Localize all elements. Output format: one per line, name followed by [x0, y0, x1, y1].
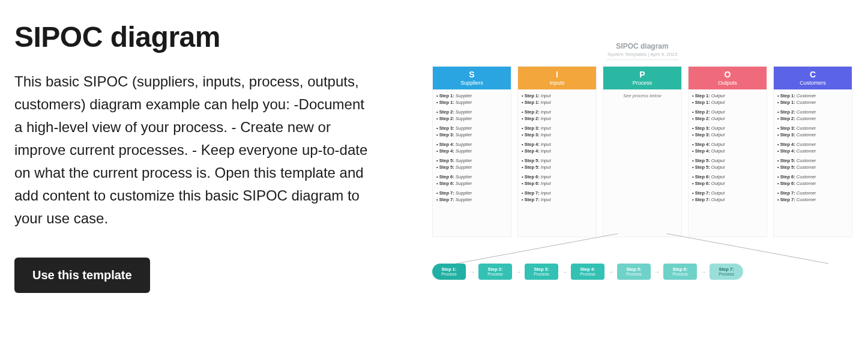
flow-step-sub: Process — [713, 272, 740, 276]
column-cell-line: • Step 5: Input — [522, 164, 592, 171]
column-cell-line: • Step 6: Input — [522, 181, 592, 187]
flow-step-title: Step 7: — [713, 267, 740, 272]
column-cell-line: • Step 6: Customer — [777, 174, 848, 181]
column-cell-line: • Step 5: Customer — [777, 164, 848, 171]
flow-step-sub: Process — [436, 272, 462, 276]
column-cell-line: • Step 1: Customer — [777, 93, 848, 100]
column-cell: • Step 7: Output• Step 7: Output — [692, 190, 763, 203]
preview-divider — [606, 59, 678, 60]
preview-columns: SSuppliers• Step 1: Supplier• Step 1: Su… — [432, 66, 852, 237]
column-cell-line: • Step 1: Supplier — [436, 93, 507, 100]
column-header: PProcess — [603, 67, 681, 89]
flow-step-sub: Process — [528, 272, 555, 276]
use-this-template-button[interactable]: Use this template — [14, 258, 150, 293]
column-letter: S — [435, 70, 508, 79]
column-cell: • Step 2: Supplier• Step 2: Supplier — [436, 109, 507, 122]
column-cell-line: • Step 6: Output — [692, 181, 763, 187]
flow-step-7: Step 7:Process — [710, 264, 743, 280]
column-name: Inputs — [520, 80, 594, 86]
column-cell-line: • Step 6: Supplier — [436, 174, 507, 181]
column-cell-line: • Step 5: Supplier — [436, 164, 507, 171]
column-body: • Step 1: Customer• Step 1: Customer• St… — [774, 89, 852, 210]
column-cell-line: • Step 7: Input — [522, 190, 592, 197]
column-cell-line: • Step 2: Supplier — [436, 109, 507, 116]
column-cell: • Step 3: Supplier• Step 3: Supplier — [436, 125, 507, 138]
column-cell: • Step 1: Supplier• Step 1: Supplier — [436, 93, 507, 106]
svg-line-1 — [666, 234, 828, 264]
column-name: Suppliers — [435, 80, 508, 86]
flow-step-sub: Process — [482, 272, 508, 276]
column-cell-line: • Step 4: Output — [692, 148, 763, 155]
svg-line-0 — [456, 234, 618, 264]
column-cell-line: • Step 1: Output — [692, 100, 763, 106]
column-cell: • Step 4: Input• Step 4: Input — [522, 142, 592, 154]
column-cell: • Step 6: Input• Step 6: Input — [522, 174, 592, 187]
page-description: This basic SIPOC (suppliers, inputs, pro… — [14, 70, 372, 230]
template-preview: SIPOC diagram System Templates | April 4… — [432, 42, 852, 282]
connector-lines — [432, 234, 852, 266]
column-cell-line: • Step 3: Output — [692, 132, 763, 139]
column-cell-line: • Step 1: Input — [522, 93, 592, 100]
column-cell-line: • Step 2: Input — [522, 109, 592, 116]
column-cell-line: • Step 4: Output — [692, 142, 763, 148]
column-letter: O — [691, 70, 764, 79]
column-body: • Step 1: Output• Step 1: Output• Step 2… — [689, 89, 767, 210]
column-cell: • Step 7: Supplier• Step 7: Supplier — [436, 190, 507, 203]
preview-title: SIPOC diagram — [432, 42, 852, 50]
flow-step-5: Step 5:Process — [617, 264, 651, 280]
column-cell-line: • Step 5: Output — [692, 164, 763, 171]
column-cell-line: • Step 3: Customer — [777, 125, 848, 132]
flow-step-6: Step 6:Process — [663, 264, 697, 280]
column-cell-line: • Step 4: Supplier — [436, 148, 507, 155]
preview-subtitle: System Templates | April 4, 2023 — [432, 52, 852, 57]
column-cell: • Step 3: Customer• Step 3: Customer — [777, 125, 848, 138]
column-cell-line: • Step 3: Input — [522, 132, 592, 139]
flow-step-title: Step 3: — [528, 267, 555, 272]
column-cell-line: • Step 4: Customer — [777, 148, 848, 155]
column-cell-line: • Step 2: Input — [522, 116, 592, 122]
page-title: SIPOC diagram — [14, 20, 372, 53]
column-cell-line: • Step 7: Supplier — [436, 197, 507, 204]
column-cell-line: • Step 4: Customer — [777, 142, 848, 148]
column-cell: • Step 1: Input• Step 1: Input — [522, 93, 592, 106]
column-cell-line: • Step 7: Output — [692, 190, 763, 197]
flow-step-3: Step 3:Process — [525, 264, 558, 280]
preview-column-process: PProcessSee process below — [603, 66, 682, 237]
column-cell: • Step 3: Output• Step 3: Output — [692, 125, 763, 138]
flow-step-title: Step 4: — [574, 267, 601, 272]
preview-column-inputs: IInputs• Step 1: Input• Step 1: Input• S… — [517, 66, 597, 237]
flow-step-sub: Process — [667, 272, 693, 276]
arrow-right-icon: → — [562, 269, 567, 275]
column-cell-line: • Step 6: Supplier — [436, 181, 507, 187]
column-cell-line: • Step 4: Input — [522, 142, 592, 148]
column-cell-line: • Step 2: Supplier — [436, 116, 507, 122]
column-cell-line: • Step 7: Output — [692, 197, 763, 204]
column-cell: • Step 5: Output• Step 5: Output — [692, 158, 763, 170]
flow-step-4: Step 4:Process — [571, 264, 604, 280]
column-cell: • Step 1: Output• Step 1: Output — [692, 93, 763, 106]
arrow-right-icon: → — [654, 269, 660, 275]
column-cell-line: • Step 3: Input — [522, 125, 592, 132]
column-cell-line: • Step 1: Supplier — [436, 100, 507, 106]
column-cell: • Step 2: Input• Step 2: Input — [522, 109, 592, 122]
column-cell: • Step 2: Customer• Step 2: Customer — [777, 109, 848, 122]
arrow-right-icon: → — [516, 269, 521, 275]
column-cell-line: • Step 7: Input — [522, 197, 592, 204]
preview-column-suppliers: SSuppliers• Step 1: Supplier• Step 1: Su… — [432, 66, 511, 237]
arrow-right-icon: → — [608, 269, 613, 275]
flow-step-sub: Process — [574, 272, 601, 276]
column-cell: • Step 6: Supplier• Step 6: Supplier — [436, 174, 507, 187]
arrow-right-icon: → — [469, 269, 475, 275]
preview-column-outputs: OOutputs• Step 1: Output• Step 1: Output… — [688, 66, 767, 237]
column-cell: • Step 7: Customer• Step 7: Customer — [777, 190, 848, 203]
column-cell-line: • Step 1: Input — [522, 100, 592, 106]
column-cell: • Step 6: Customer• Step 6: Customer — [777, 174, 848, 187]
column-cell: • Step 5: Input• Step 5: Input — [522, 158, 592, 170]
column-body: • Step 1: Supplier• Step 1: Supplier• St… — [433, 89, 511, 210]
column-cell: • Step 6: Output• Step 6: Output — [692, 174, 763, 187]
preview-column-customers: CCustomers• Step 1: Customer• Step 1: Cu… — [773, 66, 852, 237]
column-letter: I — [520, 70, 594, 79]
column-cell: • Step 2: Output• Step 2: Output — [692, 109, 763, 122]
column-cell-line: • Step 5: Customer — [777, 158, 848, 164]
flow-step-1: Step 1:Process — [432, 264, 466, 280]
